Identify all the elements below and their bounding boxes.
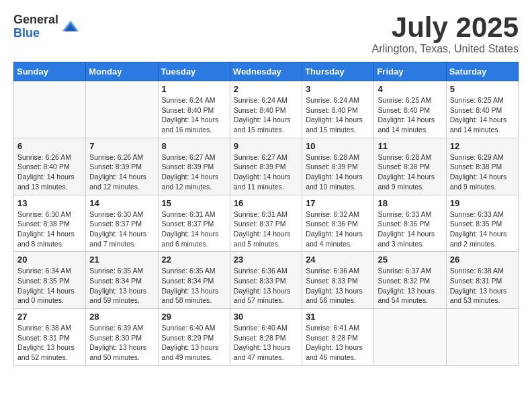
calendar-cell [374,309,446,366]
calendar-cell: 4Sunrise: 6:25 AM Sunset: 8:40 PM Daylig… [374,81,446,138]
calendar-cell: 17Sunrise: 6:32 AM Sunset: 8:36 PM Dayli… [302,195,374,252]
calendar-cell: 18Sunrise: 6:33 AM Sunset: 8:36 PM Dayli… [374,195,446,252]
day-number: 16 [234,198,298,208]
day-number: 4 [378,84,442,94]
day-number: 12 [450,141,515,151]
day-info: Sunrise: 6:36 AM Sunset: 8:33 PM Dayligh… [234,266,298,306]
weekday-header-tuesday: Tuesday [158,62,230,81]
day-info: Sunrise: 6:32 AM Sunset: 8:36 PM Dayligh… [306,210,370,249]
location: Arlington, Texas, United States [372,43,519,55]
logo-icon [61,17,80,36]
day-info: Sunrise: 6:41 AM Sunset: 8:28 PM Dayligh… [306,323,370,363]
day-info: Sunrise: 6:40 AM Sunset: 8:28 PM Dayligh… [234,323,298,363]
month-title: July 2025 [372,13,519,42]
calendar-week-5: 27Sunrise: 6:38 AM Sunset: 8:31 PM Dayli… [14,309,519,366]
day-info: Sunrise: 6:28 AM Sunset: 8:39 PM Dayligh… [306,152,370,192]
calendar-cell: 29Sunrise: 6:40 AM Sunset: 8:29 PM Dayli… [158,309,230,366]
calendar-cell: 3Sunrise: 6:24 AM Sunset: 8:40 PM Daylig… [302,81,374,138]
calendar-cell: 1Sunrise: 6:24 AM Sunset: 8:40 PM Daylig… [158,81,230,138]
day-number: 27 [17,312,82,322]
calendar-cell: 8Sunrise: 6:27 AM Sunset: 8:39 PM Daylig… [158,138,230,195]
day-number: 15 [162,198,226,208]
day-info: Sunrise: 6:30 AM Sunset: 8:38 PM Dayligh… [17,210,82,249]
weekday-header-saturday: Saturday [446,62,518,81]
calendar-cell: 15Sunrise: 6:31 AM Sunset: 8:37 PM Dayli… [158,195,230,252]
day-info: Sunrise: 6:26 AM Sunset: 8:40 PM Dayligh… [17,152,82,192]
weekday-header-friday: Friday [374,62,446,81]
calendar-cell: 12Sunrise: 6:29 AM Sunset: 8:38 PM Dayli… [446,138,518,195]
page-header: General Blue July 2025 Arlington, Texas,… [13,13,519,55]
day-number: 14 [89,198,154,208]
day-number: 13 [17,198,82,208]
day-info: Sunrise: 6:29 AM Sunset: 8:38 PM Dayligh… [450,152,515,192]
day-number: 5 [450,84,515,94]
calendar-cell: 14Sunrise: 6:30 AM Sunset: 8:37 PM Dayli… [86,195,158,252]
weekday-header-sunday: Sunday [14,62,86,81]
day-number: 23 [234,255,298,265]
calendar-week-2: 6Sunrise: 6:26 AM Sunset: 8:40 PM Daylig… [14,138,519,195]
day-info: Sunrise: 6:30 AM Sunset: 8:37 PM Dayligh… [89,210,154,249]
day-number: 20 [17,255,82,265]
calendar-cell: 13Sunrise: 6:30 AM Sunset: 8:38 PM Dayli… [14,195,86,252]
weekday-header-wednesday: Wednesday [230,62,302,81]
calendar-cell: 24Sunrise: 6:36 AM Sunset: 8:33 PM Dayli… [302,252,374,309]
calendar-cell: 28Sunrise: 6:39 AM Sunset: 8:30 PM Dayli… [86,309,158,366]
day-info: Sunrise: 6:38 AM Sunset: 8:31 PM Dayligh… [17,323,82,363]
day-number: 11 [378,141,442,151]
day-info: Sunrise: 6:35 AM Sunset: 8:34 PM Dayligh… [89,266,154,306]
calendar-cell: 2Sunrise: 6:24 AM Sunset: 8:40 PM Daylig… [230,81,302,138]
day-number: 7 [89,141,154,151]
day-number: 18 [378,198,442,208]
calendar-cell [446,309,518,366]
calendar-cell [86,81,158,138]
calendar-week-4: 20Sunrise: 6:34 AM Sunset: 8:35 PM Dayli… [14,252,519,309]
day-number: 3 [306,84,370,94]
title-block: July 2025 Arlington, Texas, United State… [372,13,519,55]
day-number: 17 [306,198,370,208]
day-number: 8 [162,141,226,151]
calendar-cell: 10Sunrise: 6:28 AM Sunset: 8:39 PM Dayli… [302,138,374,195]
day-info: Sunrise: 6:31 AM Sunset: 8:37 PM Dayligh… [234,210,298,249]
calendar-cell: 5Sunrise: 6:25 AM Sunset: 8:40 PM Daylig… [446,81,518,138]
day-info: Sunrise: 6:25 AM Sunset: 8:40 PM Dayligh… [450,95,515,135]
day-number: 30 [234,312,298,322]
logo: General Blue [13,13,80,40]
day-info: Sunrise: 6:35 AM Sunset: 8:34 PM Dayligh… [162,266,226,306]
day-info: Sunrise: 6:24 AM Sunset: 8:40 PM Dayligh… [234,95,298,135]
calendar-cell: 19Sunrise: 6:33 AM Sunset: 8:35 PM Dayli… [446,195,518,252]
day-info: Sunrise: 6:33 AM Sunset: 8:35 PM Dayligh… [450,210,515,249]
day-info: Sunrise: 6:36 AM Sunset: 8:33 PM Dayligh… [306,266,370,306]
calendar-cell: 27Sunrise: 6:38 AM Sunset: 8:31 PM Dayli… [14,309,86,366]
day-info: Sunrise: 6:28 AM Sunset: 8:38 PM Dayligh… [378,152,442,192]
day-info: Sunrise: 6:24 AM Sunset: 8:40 PM Dayligh… [162,95,226,135]
calendar-cell: 9Sunrise: 6:27 AM Sunset: 8:39 PM Daylig… [230,138,302,195]
calendar-cell: 30Sunrise: 6:40 AM Sunset: 8:28 PM Dayli… [230,309,302,366]
day-info: Sunrise: 6:37 AM Sunset: 8:32 PM Dayligh… [378,266,442,306]
day-number: 9 [234,141,298,151]
weekday-header-monday: Monday [86,62,158,81]
day-info: Sunrise: 6:26 AM Sunset: 8:39 PM Dayligh… [89,152,154,192]
logo-text: General Blue [13,13,58,40]
logo-blue: Blue [13,27,58,40]
calendar-cell: 23Sunrise: 6:36 AM Sunset: 8:33 PM Dayli… [230,252,302,309]
calendar-cell: 16Sunrise: 6:31 AM Sunset: 8:37 PM Dayli… [230,195,302,252]
calendar-cell: 25Sunrise: 6:37 AM Sunset: 8:32 PM Dayli… [374,252,446,309]
day-info: Sunrise: 6:27 AM Sunset: 8:39 PM Dayligh… [162,152,226,192]
calendar-week-1: 1Sunrise: 6:24 AM Sunset: 8:40 PM Daylig… [14,81,519,138]
weekday-header-row: SundayMondayTuesdayWednesdayThursdayFrid… [14,62,519,81]
logo-general: General [13,13,58,27]
day-number: 6 [17,141,82,151]
calendar-cell: 26Sunrise: 6:38 AM Sunset: 8:31 PM Dayli… [446,252,518,309]
calendar-cell: 21Sunrise: 6:35 AM Sunset: 8:34 PM Dayli… [86,252,158,309]
day-number: 26 [450,255,515,265]
calendar-week-3: 13Sunrise: 6:30 AM Sunset: 8:38 PM Dayli… [14,195,519,252]
calendar-cell: 22Sunrise: 6:35 AM Sunset: 8:34 PM Dayli… [158,252,230,309]
day-number: 28 [89,312,154,322]
calendar-cell: 7Sunrise: 6:26 AM Sunset: 8:39 PM Daylig… [86,138,158,195]
day-number: 2 [234,84,298,94]
calendar-cell: 11Sunrise: 6:28 AM Sunset: 8:38 PM Dayli… [374,138,446,195]
day-info: Sunrise: 6:33 AM Sunset: 8:36 PM Dayligh… [378,210,442,249]
calendar-cell: 31Sunrise: 6:41 AM Sunset: 8:28 PM Dayli… [302,309,374,366]
day-number: 29 [162,312,226,322]
day-info: Sunrise: 6:39 AM Sunset: 8:30 PM Dayligh… [89,323,154,363]
